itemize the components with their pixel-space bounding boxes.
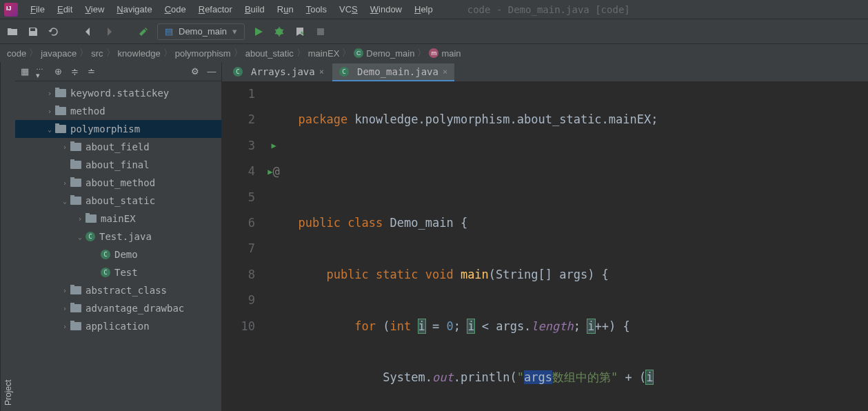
menu-edit[interactable]: Edit [52, 2, 78, 17]
crumb-method[interactable]: mmain [429, 48, 461, 59]
crumb-mainex[interactable]: mainEX [308, 48, 340, 59]
crumb-polymorphism[interactable]: polymorphism [175, 48, 231, 59]
tree-arrow-icon[interactable]: › [74, 215, 85, 223]
menu-file[interactable]: File [25, 2, 50, 17]
window-title: code - Demo_main.java [code] [467, 4, 630, 15]
menu-tools[interactable]: Tools [301, 2, 332, 17]
menu-navigate[interactable]: Navigate [111, 2, 157, 17]
class-icon: C [339, 67, 349, 77]
menu-vcs[interactable]: VCS [334, 2, 363, 17]
code-lines[interactable]: package knowledge.polymorphism.about_sta… [284, 81, 868, 411]
tree-arrow-icon[interactable]: › [59, 143, 70, 151]
tree-label: Test [114, 267, 138, 278]
menu-window[interactable]: Window [365, 2, 407, 17]
project-view-icon[interactable]: ▦ [19, 66, 30, 77]
menu-build[interactable]: Build [239, 2, 270, 17]
tree-node[interactable]: ›about_method [15, 174, 221, 192]
run-gutter-icon[interactable]: ▶ [271, 137, 276, 154]
breadcrumb: code〉 javapace〉 src〉 knowledge〉 polymorp… [0, 44, 868, 62]
tab-arrays[interactable]: C Arrays.java × [226, 63, 331, 81]
tree-node[interactable]: ›mainEX [15, 210, 221, 228]
app-icon [4, 3, 18, 17]
svg-rect-1 [317, 28, 324, 35]
tree-node[interactable]: ⌄about_static [15, 192, 221, 210]
tree-arrow-icon[interactable]: › [59, 287, 70, 294]
folder-icon [70, 322, 81, 330]
code-editor[interactable]: 12345678910 ▶ ▶ @ package knowledge.poly… [222, 81, 868, 411]
menu-view[interactable]: View [79, 2, 110, 17]
crumb-about-static[interactable]: about_static [245, 48, 294, 59]
menu-help[interactable]: Help [409, 2, 438, 17]
tree-node[interactable]: ›abstract_class [15, 281, 221, 299]
close-icon[interactable]: × [443, 67, 447, 77]
crumb-javapace[interactable]: javapace [41, 48, 77, 59]
tree-arrow-icon[interactable]: ⌄ [74, 233, 85, 241]
menu-run[interactable]: Run [272, 2, 299, 17]
menu-code[interactable]: Code [159, 2, 192, 17]
run-icon[interactable] [252, 25, 265, 39]
folder-icon [55, 125, 66, 133]
tree-node[interactable]: ›about_field [15, 138, 221, 156]
folder-icon [70, 179, 81, 187]
tree-label: about_static [85, 195, 155, 206]
tree-arrow-icon[interactable]: › [59, 323, 70, 330]
tree-arrow-icon[interactable]: › [44, 108, 55, 115]
tree-node[interactable]: about_final [15, 156, 221, 174]
coverage-icon[interactable] [293, 25, 307, 39]
refresh-icon[interactable] [47, 25, 61, 39]
tree-node[interactable]: ›keyword.statickey [15, 84, 221, 102]
tree-node[interactable]: CDemo [15, 245, 221, 263]
tab-label: Demo_main.java [357, 66, 438, 77]
stop-icon[interactable] [314, 25, 327, 39]
project-tree[interactable]: ›keyword.statickey›method⌄polymorphism›a… [15, 81, 221, 411]
run-gutter-icon[interactable]: ▶ [268, 163, 272, 181]
collapse-icon[interactable]: ≐ [85, 66, 97, 77]
class-icon: C [85, 232, 95, 241]
class-icon: C [233, 67, 243, 77]
editor-tabs: C Arrays.java × C Demo_main.java × [222, 62, 868, 81]
tree-arrow-icon[interactable]: › [59, 305, 70, 312]
debug-icon[interactable] [272, 25, 286, 39]
tree-node[interactable]: ›method [15, 102, 221, 120]
tree-node[interactable]: ›advantage_drawbac [15, 299, 221, 317]
crumb-class[interactable]: CDemo_main [354, 48, 414, 59]
tree-arrow-icon[interactable]: › [44, 90, 55, 97]
run-config-selector[interactable]: ▤ Demo_main ▾ [157, 23, 245, 40]
tree-arrow-icon[interactable]: ⌄ [44, 126, 55, 133]
svg-point-0 [276, 28, 283, 35]
tree-node[interactable]: CTest [15, 263, 221, 281]
build-icon[interactable] [137, 25, 150, 39]
panel-toolbar: ▦ …▾ ⊕ ≑ ≐ ⚙ — [15, 62, 221, 81]
crumb-src[interactable]: src [91, 48, 103, 59]
open-icon[interactable] [6, 25, 19, 39]
forward-icon[interactable] [102, 25, 116, 39]
crumb-knowledge[interactable]: knowledge [118, 48, 161, 59]
crumb-code[interactable]: code [7, 48, 26, 59]
close-icon[interactable]: × [319, 67, 324, 77]
tab-label: Arrays.java [251, 66, 315, 77]
tree-label: Test.java [99, 231, 152, 242]
tree-arrow-icon[interactable]: ⌄ [59, 197, 70, 205]
gear-icon[interactable]: ⚙ [190, 66, 201, 77]
tree-node[interactable]: ⌄CTest.java [15, 228, 221, 245]
locate-icon[interactable]: ⊕ [52, 66, 63, 77]
back-icon[interactable] [81, 25, 95, 39]
editor-area: C Arrays.java × C Demo_main.java × 12345… [222, 62, 868, 411]
tab-demo-main[interactable]: C Demo_main.java × [332, 63, 454, 81]
folder-icon [70, 143, 81, 151]
tree-arrow-icon[interactable]: › [59, 179, 70, 187]
panel-dots[interactable]: …▾ [36, 66, 47, 77]
run-config-label: Demo_main [179, 26, 227, 37]
tree-node[interactable]: ⌄polymorphism [15, 120, 221, 138]
tree-label: Demo [114, 249, 138, 260]
project-tool-tab[interactable]: Project [0, 62, 15, 411]
folder-icon [55, 89, 66, 97]
expand-icon[interactable]: ≑ [69, 66, 80, 77]
save-icon[interactable] [26, 25, 40, 39]
run-marks: ▶ ▶ @ [263, 81, 284, 411]
hide-icon[interactable]: — [206, 66, 217, 77]
menu-refactor[interactable]: Refactor [193, 2, 238, 17]
tree-node[interactable]: ›application [15, 317, 221, 335]
folder-icon [55, 107, 66, 115]
run-config-icon: ▤ [165, 26, 173, 37]
